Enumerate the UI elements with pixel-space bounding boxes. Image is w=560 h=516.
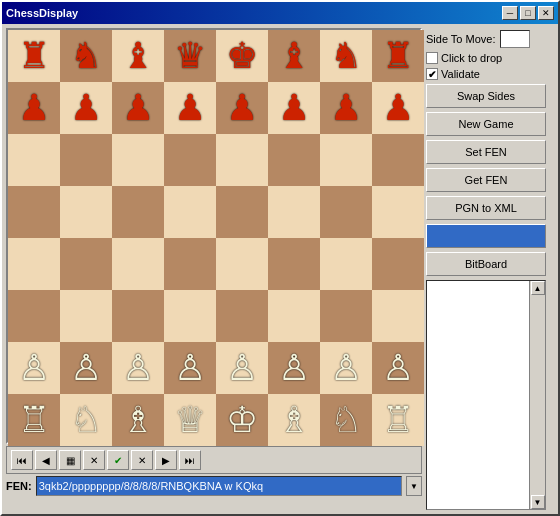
- square[interactable]: ♟: [268, 82, 320, 134]
- chess-piece: ♙: [174, 350, 206, 386]
- nav-delete[interactable]: ✕: [83, 450, 105, 470]
- fen-row: FEN: ▼: [6, 476, 422, 496]
- square[interactable]: ♙: [216, 342, 268, 394]
- square[interactable]: ♗: [112, 394, 164, 446]
- square[interactable]: ♙: [164, 342, 216, 394]
- square[interactable]: ♜: [8, 30, 60, 82]
- square[interactable]: [216, 238, 268, 290]
- square[interactable]: ♘: [320, 394, 372, 446]
- square[interactable]: ♞: [60, 30, 112, 82]
- square[interactable]: ♙: [372, 342, 424, 394]
- minimize-button[interactable]: ─: [502, 6, 518, 20]
- square[interactable]: ♟: [112, 82, 164, 134]
- square[interactable]: [60, 186, 112, 238]
- bitboard-button[interactable]: BitBoard: [426, 252, 546, 276]
- nav-grid[interactable]: ▦: [59, 450, 81, 470]
- square[interactable]: ♜: [372, 30, 424, 82]
- square[interactable]: [112, 290, 164, 342]
- set-fen-button[interactable]: Set FEN: [426, 140, 546, 164]
- square[interactable]: [320, 290, 372, 342]
- square[interactable]: [8, 238, 60, 290]
- scroll-down-button[interactable]: ▼: [531, 495, 545, 509]
- chess-board-container: ♜♞♝♛♚♝♞♜♟♟♟♟♟♟♟♟♙♙♙♙♙♙♙♙♖♘♗♕♔♗♘♖: [6, 28, 422, 444]
- square[interactable]: [372, 186, 424, 238]
- square[interactable]: ♙: [60, 342, 112, 394]
- scroll-up-button[interactable]: ▲: [531, 281, 545, 295]
- chess-piece: ♙: [18, 350, 50, 386]
- square[interactable]: [216, 290, 268, 342]
- square[interactable]: [320, 238, 372, 290]
- square[interactable]: [216, 186, 268, 238]
- fen-input[interactable]: [36, 476, 402, 496]
- square[interactable]: [8, 290, 60, 342]
- nav-first[interactable]: ⏮: [11, 450, 33, 470]
- square[interactable]: ♚: [216, 30, 268, 82]
- side-to-move-row: Side To Move:: [426, 30, 546, 48]
- square[interactable]: ♟: [60, 82, 112, 134]
- square[interactable]: [164, 134, 216, 186]
- square[interactable]: [112, 134, 164, 186]
- text-area[interactable]: ▲ ▼: [426, 280, 546, 510]
- square[interactable]: ♛: [164, 30, 216, 82]
- square[interactable]: [164, 238, 216, 290]
- square[interactable]: ♕: [164, 394, 216, 446]
- square[interactable]: [164, 290, 216, 342]
- close-button[interactable]: ✕: [538, 6, 554, 20]
- square[interactable]: ♙: [112, 342, 164, 394]
- maximize-button[interactable]: □: [520, 6, 536, 20]
- square[interactable]: [268, 186, 320, 238]
- chess-piece: ♟: [18, 90, 50, 126]
- validate-cb[interactable]: ✔: [426, 68, 438, 80]
- square[interactable]: ♝: [112, 30, 164, 82]
- square[interactable]: [320, 134, 372, 186]
- square[interactable]: ♖: [8, 394, 60, 446]
- square[interactable]: ♟: [320, 82, 372, 134]
- chess-piece: ♖: [382, 402, 414, 438]
- square[interactable]: [268, 134, 320, 186]
- square[interactable]: [8, 186, 60, 238]
- pgn-to-xml-button[interactable]: PGN to XML: [426, 196, 546, 220]
- square[interactable]: [164, 186, 216, 238]
- square[interactable]: [112, 238, 164, 290]
- square[interactable]: [268, 238, 320, 290]
- square[interactable]: ♞: [320, 30, 372, 82]
- square[interactable]: [112, 186, 164, 238]
- click-to-drop-cb[interactable]: [426, 52, 438, 64]
- square[interactable]: [372, 290, 424, 342]
- click-to-drop-checkbox[interactable]: Click to drop: [426, 52, 502, 64]
- square[interactable]: ♝: [268, 30, 320, 82]
- square[interactable]: [268, 290, 320, 342]
- chess-piece: ♗: [278, 402, 310, 438]
- square[interactable]: [60, 134, 112, 186]
- square[interactable]: [60, 290, 112, 342]
- window-title: ChessDisplay: [6, 7, 78, 19]
- square[interactable]: ♟: [8, 82, 60, 134]
- square[interactable]: [8, 134, 60, 186]
- new-game-button[interactable]: New Game: [426, 112, 546, 136]
- square[interactable]: [320, 186, 372, 238]
- square[interactable]: ♟: [372, 82, 424, 134]
- square[interactable]: ♙: [8, 342, 60, 394]
- nav-next[interactable]: ▶: [155, 450, 177, 470]
- square[interactable]: ♔: [216, 394, 268, 446]
- swap-sides-button[interactable]: Swap Sides: [426, 84, 546, 108]
- nav-check[interactable]: ✔: [107, 450, 129, 470]
- square[interactable]: [216, 134, 268, 186]
- nav-prev[interactable]: ◀: [35, 450, 57, 470]
- square[interactable]: ♗: [268, 394, 320, 446]
- get-fen-button[interactable]: Get FEN: [426, 168, 546, 192]
- fen-dropdown-arrow[interactable]: ▼: [406, 476, 422, 496]
- chess-piece: ♝: [278, 38, 310, 74]
- square[interactable]: ♖: [372, 394, 424, 446]
- square[interactable]: ♙: [320, 342, 372, 394]
- square[interactable]: [372, 134, 424, 186]
- square[interactable]: ♙: [268, 342, 320, 394]
- nav-last[interactable]: ⏭: [179, 450, 201, 470]
- square[interactable]: ♟: [216, 82, 268, 134]
- square[interactable]: ♘: [60, 394, 112, 446]
- square[interactable]: ♟: [164, 82, 216, 134]
- validate-checkbox[interactable]: ✔ Validate: [426, 68, 480, 80]
- square[interactable]: [60, 238, 112, 290]
- square[interactable]: [372, 238, 424, 290]
- nav-cancel[interactable]: ✕: [131, 450, 153, 470]
